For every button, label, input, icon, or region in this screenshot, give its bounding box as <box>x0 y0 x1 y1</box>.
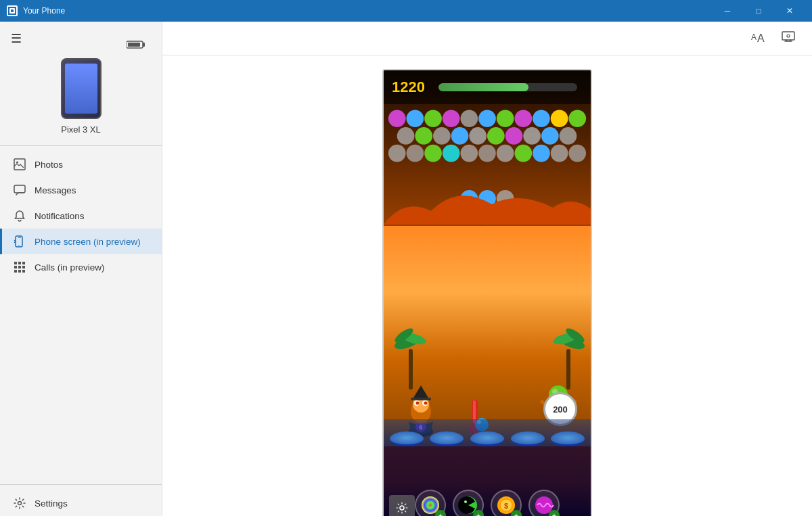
powerup-plus-icon: + <box>549 510 560 516</box>
battery-icon <box>127 40 145 51</box>
svg-text:$: $ <box>504 502 508 510</box>
svg-point-38 <box>568 110 586 127</box>
powerup-plus-icon: + <box>511 510 522 516</box>
toolbar: A A <box>162 22 812 55</box>
svg-point-33 <box>478 110 496 127</box>
main-area: A A 1220 <box>162 22 812 516</box>
progress-bar-fill <box>438 83 528 91</box>
title-bar-left: Your Phone <box>7 5 65 16</box>
svg-point-48 <box>560 127 577 145</box>
game-screen: 1220 <box>384 70 591 516</box>
platform-disc <box>430 431 464 446</box>
svg-point-79 <box>416 402 420 405</box>
powerup-coin[interactable]: $ + <box>491 490 522 516</box>
window-controls: ─ □ ✕ <box>712 0 805 22</box>
svg-point-45 <box>505 127 523 145</box>
phone-screen-area: 1220 <box>162 55 812 516</box>
sidebar-divider <box>0 145 162 146</box>
platform-disc <box>390 431 424 446</box>
svg-rect-16 <box>22 262 25 264</box>
title-bar: Your Phone ─ □ ✕ <box>0 0 812 22</box>
palm-tree-left <box>394 322 428 392</box>
device-name: Pixel 3 XL <box>61 124 101 135</box>
svg-rect-17 <box>14 266 17 268</box>
svg-point-40 <box>415 127 432 145</box>
svg-point-59 <box>568 145 586 162</box>
svg-point-58 <box>551 145 568 162</box>
sidebar-item-calls[interactable]: Calls (in preview) <box>0 254 162 280</box>
svg-point-44 <box>487 127 505 145</box>
svg-rect-26 <box>782 32 794 40</box>
svg-point-30 <box>424 110 442 127</box>
svg-point-32 <box>461 110 478 127</box>
sidebar-item-settings[interactable]: Settings <box>0 490 162 516</box>
phone-screen-icon <box>13 235 26 248</box>
svg-point-55 <box>497 145 514 162</box>
powerup-pacman[interactable]: + <box>453 490 484 516</box>
svg-rect-21 <box>18 270 21 273</box>
svg-point-80 <box>424 402 428 405</box>
settings-icon <box>13 497 26 509</box>
powerups-row: + + <box>384 490 591 516</box>
svg-rect-22 <box>22 270 25 273</box>
minimize-button[interactable]: ─ <box>712 0 743 22</box>
display-mode-button[interactable] <box>775 26 801 50</box>
sidebar-item-notifications[interactable]: Notifications <box>0 203 162 229</box>
messages-icon <box>13 184 26 196</box>
calls-label: Calls (in preview) <box>35 262 105 273</box>
svg-point-47 <box>541 127 559 145</box>
platform-disc <box>551 431 585 446</box>
landscape-top <box>384 184 591 225</box>
powerup-rainbow[interactable]: + <box>415 490 446 516</box>
svg-point-7 <box>16 162 18 164</box>
platform-disc <box>470 431 504 446</box>
messages-label: Messages <box>35 185 76 195</box>
sidebar-bottom-divider <box>0 484 162 485</box>
sidebar: ☰ Pixel 3 XL <box>0 22 162 516</box>
svg-point-52 <box>443 145 460 162</box>
sidebar-item-phone-screen[interactable]: Phone screen (in preview) <box>0 229 162 254</box>
maximize-button[interactable]: □ <box>743 0 774 22</box>
svg-point-41 <box>433 127 451 145</box>
phone-screen-sidebar <box>65 64 97 114</box>
palm-tree-right <box>551 322 585 392</box>
svg-point-27 <box>787 34 790 37</box>
notifications-label: Notifications <box>35 211 85 221</box>
svg-rect-5 <box>128 43 140 47</box>
svg-point-57 <box>533 145 550 162</box>
game-top-bar: 1220 <box>384 70 591 104</box>
svg-rect-19 <box>22 266 25 268</box>
close-button[interactable]: ✕ <box>774 0 805 22</box>
sidebar-header: ☰ <box>0 22 162 51</box>
svg-rect-4 <box>143 43 145 47</box>
app-title: Your Phone <box>23 6 65 16</box>
hamburger-button[interactable]: ☰ <box>8 28 24 49</box>
svg-rect-2 <box>11 9 14 12</box>
svg-point-37 <box>551 110 568 127</box>
phone-image-sidebar <box>61 58 102 119</box>
main-content: ☰ Pixel 3 XL <box>0 22 812 516</box>
svg-rect-8 <box>14 185 25 193</box>
svg-rect-64 <box>409 349 413 390</box>
powerup-plus-icon: + <box>473 510 484 516</box>
svg-point-29 <box>407 110 424 127</box>
powerup-wave[interactable]: + <box>528 490 560 516</box>
svg-rect-15 <box>18 262 21 264</box>
phone-frame: 1220 <box>382 69 592 516</box>
sidebar-item-photos[interactable]: Photos <box>0 151 162 177</box>
svg-rect-18 <box>18 266 21 268</box>
svg-point-31 <box>443 110 460 127</box>
powerup-plus-icon: + <box>435 510 446 516</box>
svg-rect-81 <box>411 398 431 400</box>
notifications-icon <box>13 210 26 222</box>
svg-rect-20 <box>14 270 17 273</box>
device-section: Pixel 3 XL <box>0 51 162 145</box>
svg-point-28 <box>388 110 406 127</box>
svg-point-54 <box>478 145 496 162</box>
font-size-button[interactable]: A A <box>744 26 770 50</box>
sidebar-item-messages[interactable]: Messages <box>0 177 162 203</box>
svg-point-35 <box>514 110 532 127</box>
svg-point-50 <box>407 145 424 162</box>
score-badge-value: 200 <box>553 404 568 415</box>
svg-point-11 <box>18 245 20 247</box>
